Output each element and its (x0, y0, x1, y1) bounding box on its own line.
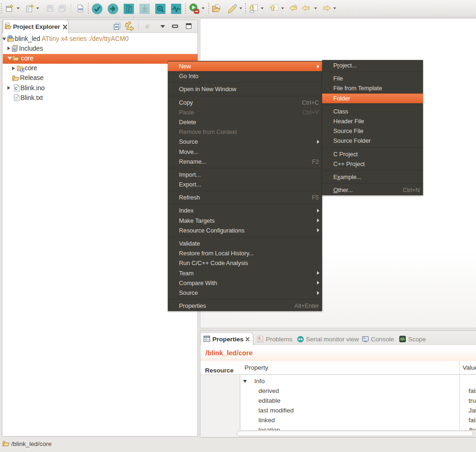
svg-text:010: 010 (78, 8, 83, 11)
svg-text:c: c (15, 85, 18, 91)
svg-text:h: h (13, 48, 15, 51)
